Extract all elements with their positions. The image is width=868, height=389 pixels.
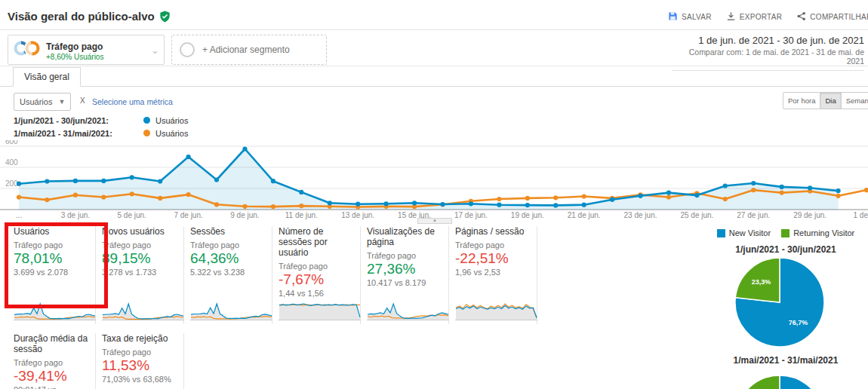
card-sparkline (102, 298, 177, 324)
pie-legend-item: New Visitor (717, 228, 771, 237)
metric-card-2[interactable]: Novos usuáriosTráfego pago89,15%3.278 vs… (102, 226, 184, 324)
save-icon (668, 11, 678, 23)
share-button[interactable]: COMPARTILHAR (796, 11, 868, 23)
legend-dot-icon (143, 117, 150, 124)
date-range-picker[interactable]: 1 de jun. de 2021 - 30 de jun. de 2021 C… (672, 35, 864, 71)
card-delta-value: -22,51% (455, 250, 531, 267)
svg-text:5 de jun.: 5 de jun. (118, 211, 146, 219)
card-delta-value: 78,01% (14, 250, 89, 267)
chevron-down-icon[interactable]: ⌄ (151, 44, 159, 56)
card-segment-label: Tráfego pago (190, 240, 266, 250)
card-title: Páginas / sessão (455, 226, 531, 237)
tab-bar: Visão geral (0, 67, 868, 87)
card-sparkline (367, 298, 442, 324)
legend-swatch-icon (717, 229, 725, 237)
card-segment-label: Tráfego pago (102, 240, 177, 250)
card-delta-value: 11,53% (102, 357, 177, 374)
card-comparison-values: 1,44 vs 1,56 (279, 289, 354, 298)
svg-text:...: ... (16, 211, 22, 219)
metric-card-8[interactable]: Taxa de rejeiçãoTráfego pago11,53%71,03%… (102, 333, 184, 389)
card-segment-label: Tráfego pago (14, 240, 89, 250)
legend-metric: Usuários (155, 129, 188, 138)
svg-text:3 de jun.: 3 de jun. (61, 211, 90, 219)
segment-circle-icon (180, 42, 195, 57)
svg-text:17 de jun.: 17 de jun. (454, 211, 488, 219)
card-delta-value: -39,41% (14, 368, 89, 384)
legend-label: Returning Visitor (793, 228, 854, 237)
card-title: Taxa de rejeição (102, 333, 177, 344)
pie-legend-item: Returning Visitor (781, 228, 854, 237)
card-delta-value: 64,36% (190, 250, 266, 267)
save-button[interactable]: SALVAR (668, 11, 712, 23)
metric-dropdown[interactable]: Usuários ▼ (14, 93, 71, 111)
segment-rings-icon (13, 40, 42, 60)
card-sparkline (14, 298, 89, 324)
svg-text:13 de jun.: 13 de jun. (341, 211, 374, 219)
pie-title-june: 1/jun/2021 - 30/jun/2021 (706, 244, 866, 255)
granularity-button-por-hora[interactable]: Por hora (783, 92, 820, 109)
date-range-current: 1 de jun. de 2021 - 30 de jun. de 2021 (672, 35, 864, 46)
metric-cards: UsuáriosTráfego pago78,01%3.699 vs 2.078… (14, 226, 595, 389)
metric-card-1[interactable]: UsuáriosTráfego pago78,01%3.699 vs 2.078 (14, 226, 96, 324)
metric-card-6[interactable]: Páginas / sessãoTráfego pago-22,51%1,96 … (455, 226, 537, 324)
card-sparkline (190, 298, 266, 324)
export-button[interactable]: EXPORTAR (726, 11, 783, 23)
metric-card-7[interactable]: Duração média da sessãoTráfego pago-39,4… (14, 333, 96, 389)
pie-chart-june[interactable]: 76,7%23,3% (727, 255, 833, 351)
caret-down-icon: ▼ (58, 98, 65, 106)
card-segment-label: Tráfego pago (455, 240, 531, 250)
pie-title-may: 1/mai/2021 - 31/mai/2021 (706, 355, 866, 366)
svg-text:25 de jun.: 25 de jun. (680, 211, 713, 219)
segment-name: Tráfego pago (46, 41, 103, 52)
pie-legend: New VisitorReturning Visitor (706, 228, 866, 237)
card-comparison-values: 3.278 vs 1.733 (102, 268, 177, 277)
card-comparison-values: 00:01:47 vs 00:02:57 (14, 385, 89, 389)
metric-card-4[interactable]: Número de sessões por usuárioTráfego pag… (279, 226, 361, 324)
chart-legend: 1/jun/2021 - 30/jun/2021:Usuários1/mai/2… (14, 114, 188, 139)
analytics-audience-overview-page: Visão geral do público-alvo SALVAR EXPOR… (0, 0, 868, 389)
add-segment-button[interactable]: + Adicionar segmento (171, 35, 327, 65)
metric-card-5[interactable]: Visualizações de páginaTráfego pago27,36… (367, 226, 449, 324)
svg-text:21 de jun.: 21 de jun. (568, 211, 601, 219)
svg-text:1 de jul.: 1 de jul. (853, 211, 868, 219)
svg-text:11 de jun.: 11 de jun. (285, 211, 318, 219)
legend-range: 1/jun/2021 - 30/jun/2021: (14, 116, 143, 125)
select-metric-link[interactable]: Selecione uma métrica (92, 97, 173, 106)
svg-text:600: 600 (5, 140, 18, 145)
svg-text:76,7%: 76,7% (789, 319, 808, 326)
legend-swatch-icon (781, 229, 790, 237)
card-sparkline (279, 298, 354, 324)
card-title: Usuários (14, 226, 89, 237)
svg-text:29 de jun.: 29 de jun. (793, 211, 826, 219)
card-comparison-values: 10.417 vs 8.179 (367, 278, 442, 287)
granularity-button-semana[interactable]: Semana (842, 92, 868, 109)
card-comparison-values: 5.322 vs 3.238 (190, 268, 266, 277)
share-icon (796, 11, 806, 23)
svg-text:9 de jun.: 9 de jun. (230, 211, 259, 219)
segment-row: Tráfego pago +8,60% Usuários ⌄ + Adicion… (0, 30, 868, 66)
chart-collapse-handle[interactable]: ▼ (417, 218, 452, 224)
legend-row: 1/jun/2021 - 30/jun/2021:Usuários (14, 114, 188, 127)
card-segment-label: Tráfego pago (367, 251, 442, 260)
card-comparison-values: 1,96 vs 2,53 (455, 268, 531, 277)
pie-chart-may[interactable] (727, 372, 833, 389)
card-segment-label: Tráfego pago (14, 358, 89, 367)
segment-delta: +8,60% Usuários (46, 53, 103, 61)
main-line-chart[interactable]: 200400600...3 de jun.5 de jun.7 de jun.9… (0, 140, 868, 222)
segment-card-trafego-pago[interactable]: Tráfego pago +8,60% Usuários ⌄ (8, 35, 165, 65)
card-delta-value: -7,67% (279, 271, 354, 288)
card-title: Visualizações de página (367, 226, 442, 247)
legend-range: 1/mai/2021 - 31/mai/2021: (14, 129, 143, 138)
metric-vs-label: X (80, 96, 85, 105)
tab-visao-geral[interactable]: Visão geral (13, 67, 81, 87)
card-segment-label: Tráfego pago (279, 262, 354, 271)
top-bar: Visão geral do público-alvo SALVAR EXPOR… (0, 0, 868, 30)
granularity-button-dia[interactable]: Dia (820, 92, 841, 109)
metric-card-3[interactable]: SessõesTráfego pago64,36%5.322 vs 3.238 (190, 226, 272, 324)
toolbar: SALVAR EXPORTAR COMPARTILHAR INSIGHT (668, 10, 868, 23)
date-range-compare: Comparar com: 1 de mai. de 2021 - 31 de … (672, 47, 864, 66)
granularity-button-group: Por horaDiaSemanaMês (783, 92, 868, 109)
card-title: Duração média da sessão (14, 333, 89, 354)
verified-shield-icon (159, 11, 171, 23)
card-delta-value: 89,15% (102, 250, 177, 267)
